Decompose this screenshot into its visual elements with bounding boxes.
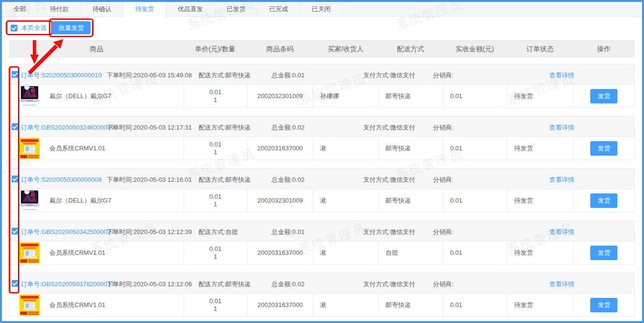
order-total-amount: 总金额:0.01: [272, 228, 305, 236]
received-amount: 0.01: [443, 189, 506, 212]
product-row: 会员系统CRMV1.01 0.01 1 2002031637000 湫 邮寄快递…: [9, 137, 635, 160]
product-row: 会员系统CRMV1.01 0.01 1 2002031637000 湫 自提 0…: [9, 241, 635, 264]
order-checkbox[interactable]: [12, 71, 18, 78]
order-header-row: 订单号:S2020050300000010 下单时间:2020-05-03 15…: [9, 64, 635, 85]
order-payment-method: 支付方式:微信支付: [363, 71, 415, 80]
view-detail-link[interactable]: 查看详情: [537, 123, 586, 132]
product-image: [18, 294, 41, 316]
tab-direct-ship[interactable]: 优品直发: [166, 2, 215, 16]
order-checkbox[interactable]: [12, 280, 18, 287]
order-total-amount: 总金额:0.02: [272, 123, 305, 132]
product-row: 戴尔（DELL）戴尔G7 0.01 1 2002032301009 湫 邮寄快递…: [9, 189, 635, 212]
order-number-link[interactable]: 订单号:GBS20200503425000027: [21, 228, 114, 236]
col-header-buyer: 买家/收货人: [313, 41, 378, 57]
order-group: 订单号:GBS20200503246000049 下单时间:2020-05-03…: [9, 116, 635, 160]
batch-ship-annotation-box: 批量发货: [49, 18, 93, 37]
batch-ship-button[interactable]: 批量发货: [52, 21, 91, 34]
order-time: 下单时间:2020-05-03 15:49:08: [107, 71, 192, 80]
product-row: 戴尔（DELL）戴尔G7 0.01 1 2002032301009 孙娜娜 邮寄…: [9, 85, 635, 108]
order-number-link[interactable]: 订单号:GBS20200503782000017: [21, 280, 114, 289]
order-total-amount: 总金额:0.01: [272, 71, 305, 80]
order-checkbox[interactable]: [12, 228, 18, 235]
delivery-method: 自提: [378, 241, 443, 264]
order-number-link[interactable]: 订单号:S2020050300000008: [21, 176, 102, 184]
order-delivery-method: 配送方式:自提: [199, 228, 238, 236]
order-header-row: 订单号:S2020050300000008 下单时间:2020-05-03 12…: [9, 168, 635, 189]
product-image: [18, 86, 41, 107]
tab-completed[interactable]: 已完成: [258, 2, 300, 16]
expand-icon[interactable]: [24, 189, 30, 194]
view-detail-link[interactable]: 查看详情: [537, 228, 586, 236]
ship-button[interactable]: 发货: [590, 141, 617, 156]
buyer-name: 孙娜娜: [313, 85, 378, 107]
unit-price: 0.01: [209, 193, 221, 201]
order-header-row: 订单号:GBS20200503246000049 下单时间:2020-05-03…: [9, 116, 635, 137]
view-detail-link[interactable]: 查看详情: [537, 71, 586, 80]
product-name: 戴尔（DELL）戴尔G7: [49, 196, 111, 205]
delivery-method: 邮寄快递: [378, 137, 443, 160]
order-total-amount: 总金额:0.02: [272, 176, 305, 184]
tab-pending-confirm[interactable]: 待确认: [81, 2, 123, 16]
order-header-row: 订单号:GBS20200503425000027 下单时间:2020-05-03…: [9, 220, 635, 241]
product-name: 会员系统CRMV1.01: [49, 144, 106, 153]
order-total-amount: 总金额:0.02: [272, 280, 305, 289]
tab-all[interactable]: 全部: [2, 2, 38, 16]
select-all-label: 本页全选: [21, 24, 46, 32]
ship-button[interactable]: 发货: [590, 193, 617, 208]
tab-closed[interactable]: 已关闭: [300, 2, 343, 16]
tab-pending-payment[interactable]: 待付款: [38, 2, 81, 16]
product-image: [18, 242, 41, 264]
view-detail-link[interactable]: 查看详情: [537, 176, 586, 184]
quantity: 1: [214, 305, 217, 313]
ship-button[interactable]: 发货: [590, 298, 617, 312]
order-time: 下单时间:2020-05-03 12:17:31: [107, 123, 192, 132]
product-name: 会员系统CRMV1.01: [49, 249, 106, 257]
order-distributor: 分销商:: [433, 71, 454, 80]
order-list: 订单号:S2020050300000010 下单时间:2020-05-03 15…: [9, 64, 635, 317]
order-group: 订单号:GBS20200503782000017 下单时间:2020-05-03…: [9, 273, 635, 317]
order-checkbox[interactable]: [12, 123, 18, 130]
order-checkbox[interactable]: [12, 176, 18, 182]
order-distributor: 分销商:: [433, 176, 454, 184]
order-group: 订单号:S2020050300000010 下单时间:2020-05-03 15…: [9, 64, 635, 108]
order-status: 待发货: [507, 241, 573, 264]
expand-icon[interactable]: [24, 85, 30, 90]
quantity: 1: [214, 201, 217, 208]
buyer-name: 湫: [313, 189, 378, 212]
order-time: 下单时间:2020-05-03 12:12:39: [107, 228, 192, 236]
order-distributor: 分销商:: [433, 123, 454, 132]
col-header-amount: 实收金额(元): [443, 41, 506, 57]
order-number-link[interactable]: 订单号:GBS20200503246000049: [21, 123, 114, 132]
select-all-checkbox[interactable]: [11, 25, 17, 31]
tab-pending-ship[interactable]: 待发货: [123, 2, 166, 17]
crm-poster-image: [18, 294, 41, 316]
product-name: 会员系统CRMV1.01: [49, 301, 106, 309]
product-barcode: 2002032301009: [247, 189, 313, 212]
order-distributor: 分销商:: [433, 280, 454, 289]
order-number-link[interactable]: 订单号:S2020050300000010: [21, 71, 102, 80]
order-time: 下单时间:2020-05-03 12:16:01: [107, 176, 192, 184]
buyer-name: 湫: [313, 241, 378, 264]
received-amount: 0.01: [443, 294, 506, 316]
order-status: 待发货: [507, 189, 573, 212]
dell-laptop-image: [18, 190, 41, 211]
col-header-delivery: 配送方式: [378, 41, 443, 57]
delivery-method: 邮寄快递: [378, 85, 443, 107]
tab-shipped[interactable]: 已发货: [215, 2, 258, 16]
col-header-barcode: 商品条码: [247, 41, 313, 57]
ship-button[interactable]: 发货: [590, 89, 617, 103]
order-header-row: 订单号:GBS20200503782000017 下单时间:2020-05-03…: [9, 273, 635, 294]
order-payment-method: 支付方式:微信支付: [363, 280, 415, 289]
quantity: 1: [214, 148, 217, 156]
product-barcode: 2002031637000: [247, 137, 313, 160]
crm-poster-image: [18, 138, 41, 159]
view-detail-link[interactable]: 查看详情: [537, 280, 586, 289]
col-header-status: 订单状态: [507, 41, 573, 57]
order-status: 待发货: [507, 294, 573, 316]
ship-button[interactable]: 发货: [590, 246, 617, 260]
table-header-row: 商品 单价(元)/数量 商品条码 买家/收货人 配送方式 实收金额(元) 订单状…: [9, 40, 635, 58]
order-status: 待发货: [507, 85, 573, 107]
order-delivery-method: 配送方式:邮寄快递: [199, 71, 251, 80]
received-amount: 0.01: [443, 85, 506, 107]
buyer-name: 湫: [313, 294, 378, 316]
